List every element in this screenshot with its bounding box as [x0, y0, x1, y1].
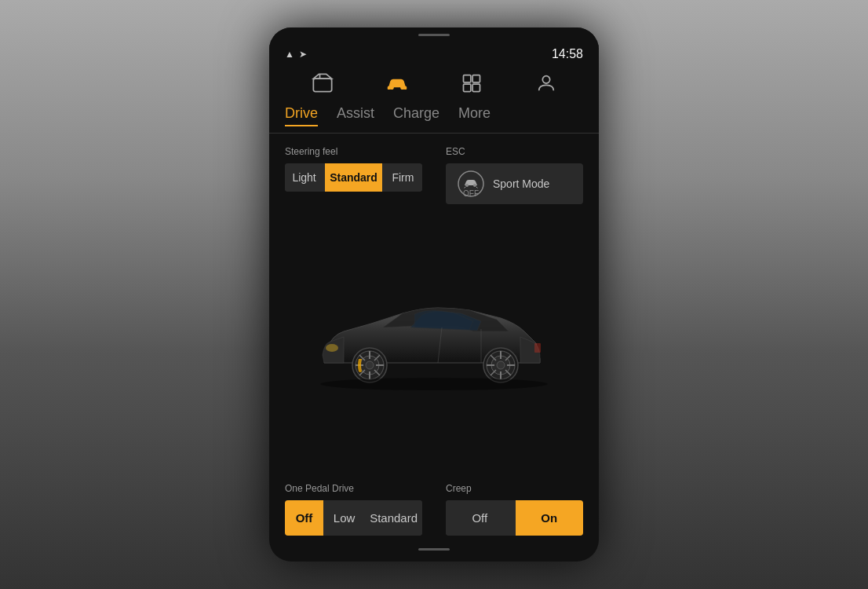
svg-rect-18	[534, 343, 541, 353]
svg-point-3	[389, 86, 392, 89]
steering-feel-group: Light Standard Firm	[285, 163, 422, 192]
car-display-screen: ▲ ➤ 14:58	[269, 27, 599, 562]
bottom-indicator	[418, 548, 450, 551]
main-content: Steering feel Light Standard Firm ESC	[269, 134, 599, 483]
svg-point-22	[366, 361, 374, 369]
tab-charge[interactable]: Charge	[393, 105, 439, 126]
svg-point-17	[326, 344, 338, 352]
steering-standard-btn[interactable]: Standard	[325, 163, 382, 192]
one-pedal-off-btn[interactable]: Off	[285, 500, 323, 536]
one-pedal-drive-label: One Pedal Drive	[285, 483, 422, 494]
camera-icon[interactable]	[308, 69, 337, 97]
creep-off-btn[interactable]: Off	[446, 500, 514, 536]
esc-label: ESC	[446, 146, 583, 157]
car-svg	[301, 280, 567, 406]
creep-on-btn[interactable]: On	[516, 500, 584, 536]
one-pedal-standard-btn[interactable]: Standard	[365, 500, 422, 536]
signal-icon: ▲	[285, 49, 294, 60]
profile-icon[interactable]	[532, 69, 560, 97]
status-left: ▲ ➤	[285, 49, 307, 60]
svg-rect-7	[463, 84, 470, 91]
esc-section: ESC	[446, 146, 583, 204]
esc-off-label: OFF	[463, 189, 479, 198]
car-image-area	[285, 215, 583, 470]
svg-point-34	[497, 361, 505, 369]
one-pedal-low-btn[interactable]: Low	[325, 500, 363, 536]
steering-light-btn[interactable]: Light	[285, 163, 323, 192]
svg-rect-5	[463, 75, 470, 82]
clock: 14:58	[552, 47, 583, 61]
svg-rect-8	[472, 84, 480, 91]
bottom-controls: One Pedal Drive Off Low Standard Creep O…	[269, 483, 599, 548]
car-nav-icon[interactable]	[383, 69, 411, 97]
steering-feel-label: Steering feel	[285, 146, 422, 157]
top-indicator	[418, 34, 450, 36]
tab-more[interactable]: More	[458, 105, 491, 126]
svg-rect-6	[472, 75, 480, 82]
steering-firm-btn[interactable]: Firm	[384, 163, 422, 192]
car-body	[320, 308, 548, 390]
creep-label: Creep	[446, 483, 583, 494]
steering-feel-section: Steering feel Light Standard Firm	[285, 146, 422, 204]
esc-sport-mode-label: Sport Mode	[493, 177, 549, 190]
one-pedal-drive-group: Off Low Standard	[285, 500, 422, 536]
creep-section: Creep Off On	[446, 483, 583, 536]
svg-line-14	[476, 187, 478, 188]
svg-rect-0	[313, 79, 331, 91]
top-controls: Steering feel Light Standard Firm ESC	[285, 146, 583, 204]
grid-icon[interactable]	[458, 69, 486, 97]
status-bar: ▲ ➤ 14:58	[269, 39, 599, 66]
svg-point-12	[473, 184, 476, 187]
tab-drive[interactable]: Drive	[285, 105, 318, 126]
svg-point-4	[400, 86, 403, 89]
one-pedal-drive-section: One Pedal Drive Off Low Standard	[285, 483, 422, 536]
svg-point-9	[542, 76, 549, 83]
creep-group: Off On	[446, 500, 583, 536]
svg-marker-1	[313, 74, 331, 79]
top-nav	[269, 66, 599, 105]
main-screen: ▲ ➤ 14:58	[269, 27, 599, 562]
svg-point-11	[465, 184, 469, 187]
location-icon: ➤	[299, 49, 307, 60]
tab-assist[interactable]: Assist	[337, 105, 374, 126]
esc-sport-mode-btn[interactable]: OFF Sport Mode	[446, 163, 583, 204]
svg-line-13	[464, 187, 465, 188]
tab-bar: Drive Assist Charge More	[269, 105, 599, 134]
esc-icon: OFF	[457, 170, 485, 198]
svg-point-43	[320, 378, 548, 390]
